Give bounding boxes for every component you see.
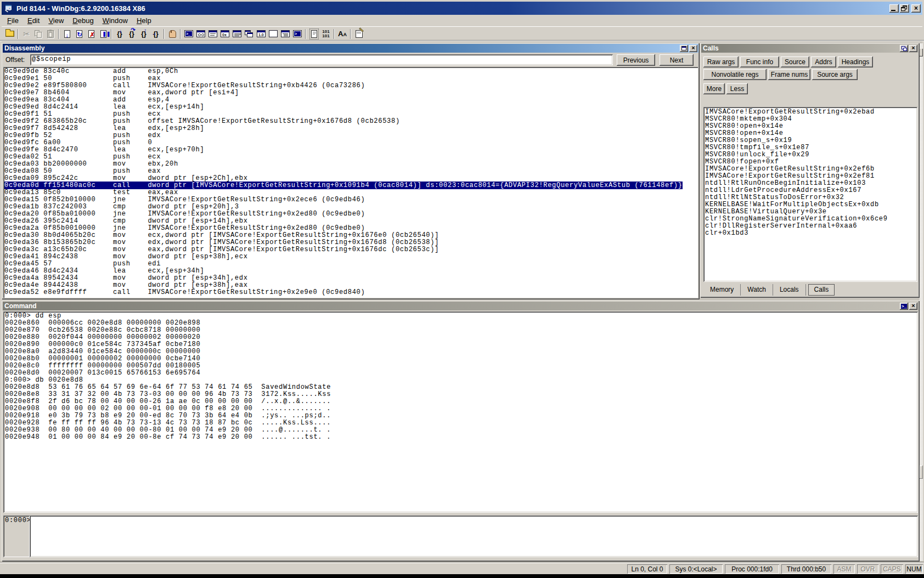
tab-watch[interactable]: Watch [741,284,773,296]
tab-memory[interactable]: Memory [703,284,741,296]
calls-title-bar: Calls × [701,44,919,53]
status-toggle-asm: ASM [833,564,855,574]
call-frame[interactable]: clr+0x1bd3 [705,230,917,237]
calls-button-headings[interactable]: Headings [838,56,873,67]
paste-icon[interactable] [44,28,57,39]
toolbar-separator [164,29,165,39]
disassembly-title-bar: Disassembly × [3,44,698,53]
tab-calls[interactable]: Calls [808,284,835,296]
call-stack-list[interactable]: IMVSACore!ExportGetResultString+0x2ebadM… [703,107,917,282]
command-title-bar: Command >_ × [3,302,919,310]
cut-icon[interactable]: ✂ [20,28,32,39]
menu-view[interactable]: View [44,15,68,26]
command-browser-icon[interactable]: > [291,28,303,39]
status-toggle-caps: CAPS [881,564,903,574]
mdi-scrollbar[interactable] [920,43,923,561]
calls-button-nonvolatile-regs[interactable]: Nonvolatile regs [703,69,767,80]
go-icon[interactable]: ↓ [61,28,73,39]
disassembly-dock-button[interactable] [680,45,688,52]
offset-label: Offset: [5,56,25,64]
disasm-line[interactable]: 0c9eda52 e8e9fdffff call IMVSACore!Expor… [4,289,698,296]
menu-help[interactable]: Help [132,15,156,26]
command-output[interactable]: 0:000> dd esp 0020e860 000006cc 0020e8d8… [3,311,918,513]
watch-window-icon[interactable] [195,28,207,39]
command-close-button[interactable]: × [909,303,917,310]
offset-input[interactable]: @$scopeip [30,54,613,65]
menu-bar: FileEditViewDebugWindowHelp [2,15,922,27]
command-window: Command >_ × 0:000> dd esp 0020e860 0000… [2,301,920,562]
restart-icon[interactable]: ↻ [73,28,85,39]
assembly-options-icon[interactable]: 101101 [320,28,332,39]
calls-close-button[interactable]: × [909,45,917,52]
window-title: Pid 8144 - WinDbg:6.2.9200.16384 X86 [16,4,888,13]
disassembly-listing[interactable]: 0c9ed9de 83c40c add esp,0Ch0c9ed9e1 50 p… [3,67,698,298]
bottom-strip [0,574,924,578]
breakpoint-hand-icon[interactable] [166,28,178,39]
calls-button-less[interactable]: Less [726,83,748,94]
minimize-button[interactable] [889,4,899,13]
next-button[interactable]: Next [660,54,694,66]
calls-button-addrs[interactable]: Addrs [811,56,836,67]
calls-dock-button[interactable] [900,45,908,52]
scrollbar-arrow[interactable] [920,49,923,56]
menu-edit[interactable]: Edit [23,15,44,26]
toolbar-separator [180,29,181,39]
toolbar-separator [350,29,351,39]
calls-tabs: MemoryWatchLocalsCalls [703,283,837,296]
command-input[interactable] [30,515,918,557]
status-toggle-num: NUM [905,564,923,574]
disassembly-title: Disassembly [4,44,679,52]
step-out-icon[interactable]: {}↑ [138,28,150,39]
calls-button-more[interactable]: More [703,83,725,94]
stop-debugging-icon[interactable]: ✗ [85,28,97,39]
calls-button-source[interactable]: Source [781,56,809,67]
locals-window-icon[interactable] [207,28,219,39]
menu-debug[interactable]: Debug [68,15,98,26]
menu-window[interactable]: Window [98,15,132,26]
calls-button-raw-args[interactable]: Raw args [703,56,739,67]
mdi-area: Disassembly × Offset: @$scopeip Previous… [2,41,922,562]
memory-window-icon[interactable] [231,28,243,39]
calls-window: Calls × Raw argsFunc infoSourceAddrsHead… [700,43,920,298]
scrollbar-thumb[interactable] [920,466,923,479]
break-icon[interactable]: ❚❚ [97,28,109,39]
status-bar: Ln 0, Col 0Sys 0:<Local>Proc 000:1fd0Thr… [0,563,924,574]
disassembly-close-button[interactable]: × [689,45,697,52]
status-thread: Thrd 000:b50 [781,564,831,574]
status-line-col: Ln 0, Col 0 [627,564,667,574]
command-dock-button[interactable]: >_ [900,303,908,310]
run-to-cursor-icon[interactable]: {}→ [150,28,162,39]
toolbar-separator [334,29,335,39]
step-over-icon[interactable]: {}↷ [126,28,138,39]
previous-button[interactable]: Previous [617,54,655,66]
source-mode-icon[interactable] [308,28,320,39]
menu-file[interactable]: File [3,15,23,26]
options-icon[interactable] [353,28,365,39]
font-icon[interactable]: AA [336,28,348,39]
command-window-icon[interactable]: >_ [183,28,195,39]
calls-button-source-args[interactable]: Source args [812,69,858,80]
status-process: Proc 000:1fd0 [725,564,779,574]
disassembly-window: Disassembly × Offset: @$scopeip Previous… [2,43,700,299]
processes-threads-icon[interactable] [279,28,291,39]
status-toggle-ovr: OVR [857,564,878,574]
step-into-icon[interactable]: {}↓ [114,28,126,39]
tab-locals[interactable]: Locals [773,284,806,296]
calls-button-func-info[interactable]: Func info [740,56,779,67]
toolbar-separator [111,29,112,39]
call-stack-window-icon[interactable] [243,28,255,39]
registers-window-icon[interactable]: 0x [219,28,231,39]
toolbar-separator [18,29,19,39]
command-prompt: 0:000> [3,515,30,557]
toolbar-separator [58,29,59,39]
scratch-pad-icon[interactable] [267,28,279,39]
restore-button[interactable] [900,4,909,13]
calls-button-frame-nums[interactable]: Frame nums [768,69,810,80]
disassembly-window-icon[interactable]: 1.0 [255,28,267,39]
windbg-app-icon [4,4,13,13]
close-button[interactable]: × [911,4,921,13]
open-source-file-icon[interactable] [4,28,16,39]
toolbar: ✂↓↻✗❚❚{}↓{}↷{}↑{}→>_0x1.0>101101AA [2,27,922,40]
copy-icon[interactable] [32,28,44,39]
toolbar-separator [305,29,306,39]
